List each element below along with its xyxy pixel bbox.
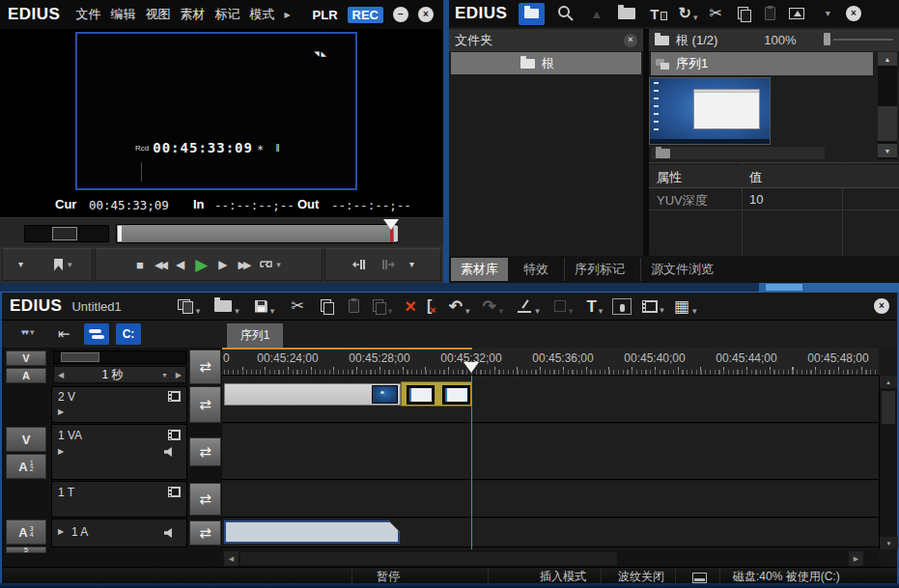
close-player-button[interactable]: × [418, 7, 434, 22]
next-frame-button[interactable]: ▶ [218, 259, 227, 270]
tab-sequence-marker[interactable]: 序列标记 [564, 258, 634, 281]
menu-file[interactable]: 文件 [75, 6, 100, 23]
paste-clip-icon[interactable] [349, 299, 359, 313]
vscroll-up-icon[interactable]: ▲ [880, 376, 897, 388]
track-1va-expand-icon[interactable]: ▶ [58, 447, 64, 456]
track-lane-1t[interactable] [222, 481, 879, 518]
position-bar[interactable] [116, 224, 398, 243]
rec-button[interactable]: REC [348, 7, 383, 23]
add-to-timeline-icon[interactable]: ▾ [642, 298, 664, 315]
playhead-line[interactable] [471, 376, 472, 549]
new-sequence-icon[interactable] [178, 299, 193, 314]
mini-scroll-thumb[interactable] [61, 352, 99, 362]
paste-special-icon[interactable] [373, 299, 385, 314]
track-header-1a[interactable]: ▶ 1 A [51, 518, 187, 547]
bin-item-partial[interactable] [651, 147, 825, 159]
timeline-vscrollbar[interactable]: ▲ ▼ [879, 376, 897, 549]
menu-edit[interactable]: 编辑 [110, 6, 135, 23]
add-cut-dropdown-icon[interactable]: ▾ [535, 307, 540, 316]
open-project-dropdown-icon[interactable]: ▾ [235, 307, 239, 316]
mode-icon[interactable] [554, 300, 566, 312]
hscroll-left-icon[interactable]: ◀ [224, 551, 239, 566]
audio-mute-button[interactable]: A [6, 368, 46, 383]
sync-lock-button[interactable] [84, 323, 109, 345]
ffwd-button[interactable]: ▶▶ [238, 260, 248, 270]
undo-dropdown-icon[interactable]: ▾ [465, 307, 470, 316]
swap-2v-icon[interactable]: ⇄ [189, 386, 221, 423]
menu-mode[interactable]: 模式 [249, 6, 274, 23]
folder-root-item[interactable]: 根 [451, 52, 641, 74]
close-timeline-button[interactable]: × [874, 298, 889, 314]
shuttle-slider[interactable] [24, 225, 109, 242]
stop-button[interactable]: ■ [136, 259, 144, 271]
track-1a-speaker-icon[interactable] [164, 528, 175, 538]
shuttle-thumb[interactable] [52, 227, 77, 240]
loop-dropdown-icon[interactable]: ▾ [276, 261, 281, 269]
drive-button[interactable]: C: [116, 323, 141, 345]
timescale-dropdown-icon[interactable]: ▼ [161, 372, 168, 378]
tab-effects[interactable]: 特效 [514, 258, 558, 281]
thumb-size-track[interactable] [833, 39, 893, 41]
bin-scrollbar[interactable]: ▲ ▼ [878, 52, 897, 159]
save-project-icon[interactable] [255, 300, 267, 313]
status-monitor-icon[interactable] [692, 573, 707, 583]
save-dropdown-icon[interactable]: ▾ [270, 307, 275, 316]
title-dropdown-icon[interactable]: ▾ [599, 307, 604, 316]
clip-video-gray[interactable] [224, 383, 401, 406]
minimize-button[interactable]: − [393, 7, 408, 22]
title-tool-icon[interactable]: T [586, 298, 596, 315]
track-a5-button-clipped[interactable]: 5 [6, 546, 46, 553]
redo-dropdown-icon[interactable]: ▾ [499, 307, 504, 316]
track-1va-a-button[interactable]: A 12 [6, 454, 46, 479]
bin-view-button[interactable] [519, 3, 545, 25]
folder-panel-close-icon[interactable]: × [624, 34, 637, 47]
loop-button[interactable]: ▾ [259, 259, 281, 270]
menu-view[interactable]: 视图 [145, 6, 170, 23]
play-button[interactable]: ▶ [195, 257, 208, 273]
plr-button[interactable]: PLR [313, 8, 338, 22]
clip-video-selected[interactable] [401, 381, 472, 406]
track-1va-speaker-icon[interactable] [164, 447, 175, 457]
swap-control-icon[interactable]: ⇄ [189, 350, 221, 384]
inout-dropdown-icon[interactable]: ▾ [409, 260, 414, 269]
ripple-delete-icon[interactable]: [ × [427, 297, 436, 316]
track-header-1va[interactable]: 1 VA ▶ [51, 424, 187, 480]
up-folder-icon[interactable]: ▲ [590, 7, 603, 21]
bin-scroll-thumb[interactable] [878, 106, 897, 141]
bin-item-sequence[interactable]: 序列1 [651, 52, 873, 75]
sequence-thumbnail[interactable] [649, 77, 771, 145]
track-mini-scrollbar[interactable] [53, 350, 186, 364]
tab-bin[interactable]: 素材库 [451, 258, 508, 281]
video-mute-button[interactable]: V [6, 350, 46, 366]
track-1a-a-button[interactable]: A 34 [6, 519, 46, 545]
set-in-button[interactable] [351, 258, 367, 271]
mode-dropdown-icon[interactable]: ▾ [569, 307, 574, 316]
cut-clip-icon[interactable]: ✂ [291, 298, 303, 314]
open-project-icon[interactable] [214, 300, 232, 312]
copy-icon[interactable] [738, 7, 750, 21]
position-playhead-icon[interactable] [383, 219, 399, 230]
track-2v-expand-icon[interactable]: ▶ [58, 407, 64, 416]
video-preview-frame[interactable]: ◥◣ Rcd 00:45:33:09 ∗ ‖ [75, 32, 357, 190]
track-1va-v-button[interactable]: V [6, 427, 46, 452]
tab-source-browser[interactable]: 源文件浏览 [640, 258, 723, 281]
open-folder-icon[interactable] [618, 8, 635, 19]
export-icon[interactable] [789, 8, 804, 19]
cut-icon[interactable]: ✂ [709, 6, 721, 21]
vscroll-down-icon[interactable]: ▼ [880, 537, 898, 549]
track-1a-expand-icon[interactable]: ▶ [58, 527, 64, 536]
hscroll-right-icon[interactable]: ▶ [849, 551, 863, 566]
marker-dropdown-icon[interactable]: ▾ [18, 260, 23, 269]
convert-icon[interactable]: ↻ ▾ [679, 6, 698, 22]
paste-icon[interactable] [765, 7, 775, 20]
undo-icon[interactable]: ↶ [449, 298, 463, 315]
bin-toolbar-dropdown-icon[interactable]: ▾ [826, 9, 830, 18]
new-sequence-dropdown-icon[interactable]: ▾ [196, 307, 201, 316]
redo-icon[interactable]: ↷ [483, 298, 496, 315]
sequence-tab[interactable]: 序列1 [227, 323, 283, 348]
add-cut-point-icon[interactable] [518, 299, 532, 313]
menu-clip[interactable]: 素材 [180, 6, 205, 23]
grid-view-icon[interactable]: ▦ [674, 298, 689, 315]
bin-scroll-down-icon[interactable]: ▼ [878, 144, 897, 157]
swap-1t-icon[interactable]: ⇄ [189, 483, 221, 516]
